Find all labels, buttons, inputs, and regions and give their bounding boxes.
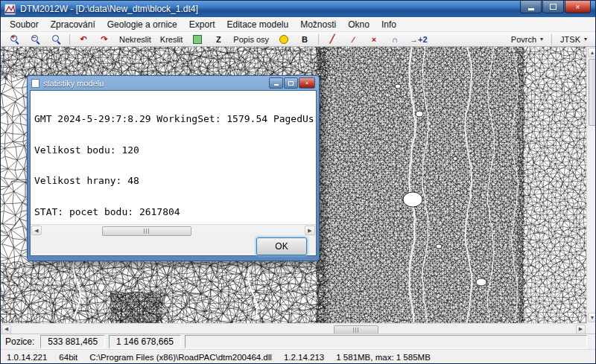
scroll-down-icon: ▼ <box>590 315 595 320</box>
coordinate-x-value: 533 881,465 <box>40 335 105 348</box>
dialog-title-bar[interactable]: statistiky modelu × <box>30 76 317 90</box>
dialog-icon <box>31 79 39 88</box>
polyline-icon: ∕ <box>352 35 354 44</box>
thumb-grip-icon <box>144 229 150 234</box>
zoom-out-button[interactable]: − <box>25 32 45 46</box>
scroll-left-button[interactable]: ◀ <box>1 325 11 334</box>
dll-path: C:\Program Files (x86)\RoadPAC\dtm200464… <box>89 353 272 362</box>
dialog-minimize-button[interactable] <box>269 77 283 89</box>
dialog-scroll-left-button[interactable]: ◀ <box>31 226 42 235</box>
green-square-icon <box>193 35 202 44</box>
dialog-controls: × <box>269 77 315 89</box>
kreslit-button[interactable]: Kreslit <box>156 32 187 46</box>
scroll-left-icon: ◀ <box>4 326 8 332</box>
zoom-in-button[interactable]: + <box>4 32 24 46</box>
architecture: 64bit <box>59 353 77 362</box>
yellow-circle-icon <box>279 35 288 44</box>
stat-line: Velikost hrany: 48 <box>34 176 312 186</box>
dialog-title: statistiky modelu <box>43 79 104 88</box>
chevron-down-icon: ▾ <box>584 36 587 42</box>
vertical-scrollbar[interactable]: ▲ ▼ <box>586 47 596 323</box>
redo-button[interactable]: ↷ <box>95 32 114 46</box>
dialog-horizontal-scrollbar[interactable]: ◀ ▶ <box>31 224 316 231</box>
toolbar-separator <box>318 34 319 45</box>
minimize-icon <box>528 8 534 10</box>
delete-cross-icon: × <box>372 35 376 44</box>
menu-okno[interactable]: Okno <box>342 18 375 31</box>
surface-color-button[interactable] <box>188 32 207 46</box>
statistics-text: GMT 2024-5-29:7:8.29 WorkingSet: 1579.54… <box>31 91 316 224</box>
stat-line: STAT: pocet bodu: 2617804 <box>34 207 312 217</box>
dialog-scrollbar-thumb[interactable] <box>102 226 191 236</box>
jtsk-dropdown-label: JTSK <box>560 35 580 44</box>
position-label: Pozice: <box>5 336 34 347</box>
scroll-right-button[interactable]: ▶ <box>576 325 586 334</box>
magnet-icon: ∩ <box>392 35 398 44</box>
undo-icon: ↶ <box>80 34 86 44</box>
dialog-scroll-right-button[interactable]: ▶ <box>305 226 315 235</box>
nekreslit-button[interactable]: Nekreslit <box>115 32 155 46</box>
dll-version: 1.2.14.213 <box>284 353 324 362</box>
ok-button[interactable]: OK <box>256 237 307 255</box>
b-button[interactable]: B <box>295 32 314 46</box>
scroll-right-icon: ▶ <box>579 326 583 332</box>
zoom-out-icon: − <box>31 34 40 44</box>
dialog-close-button[interactable]: × <box>299 77 315 89</box>
maximize-button[interactable] <box>542 1 564 13</box>
scroll-left-icon: ◀ <box>34 228 38 234</box>
undo-button[interactable]: ↶ <box>74 32 93 46</box>
dialog-body: GMT 2024-5-29:7:8.29 WorkingSet: 1579.54… <box>30 90 317 256</box>
toolbar-right-group: Povrch ▾ JTSK ▾ <box>506 34 592 45</box>
toolbar: + − ↶ ↷ Nekreslit Kreslit Z Popis osy B … <box>1 32 595 47</box>
app-window: DTM2012W - [D:\data\New_dtm\block_1.dt4]… <box>0 0 596 364</box>
redo-icon: ↷ <box>101 34 107 44</box>
status-bar-info: 1.0.14.221 64bit C:\Program Files (x86)\… <box>1 349 595 364</box>
menu-export[interactable]: Export <box>183 18 221 31</box>
toolbar-separator <box>551 34 552 45</box>
snap-button[interactable]: ∩ <box>385 32 405 46</box>
title-bar[interactable]: DTM2012W - [D:\data\New_dtm\block_1.dt4]… <box>1 1 595 17</box>
maximize-icon <box>550 4 557 10</box>
close-button[interactable]: × <box>565 1 591 13</box>
add-points-button[interactable]: →+2 <box>406 32 431 46</box>
horizontal-scrollbar[interactable]: ◀ ▶ <box>1 323 586 333</box>
chevron-down-icon: ▾ <box>540 36 543 42</box>
menu-zpracovani[interactable]: Zpracování <box>45 18 101 31</box>
menu-soubor[interactable]: Soubor <box>4 18 45 31</box>
thumb-grip-icon <box>353 328 360 333</box>
maximize-icon <box>288 81 294 86</box>
popis-osy-button[interactable]: Popis osy <box>229 32 273 46</box>
app-version: 1.0.14.221 <box>7 353 47 362</box>
scroll-right-icon: ▶ <box>308 228 311 234</box>
draw-line-button[interactable]: ╱ <box>323 32 342 46</box>
close-icon: × <box>305 80 309 86</box>
app-icon <box>4 4 16 15</box>
status-bar-position: Pozice: 533 881,465 1 146 678,665 <box>1 333 595 349</box>
menu-info[interactable]: Info <box>375 18 402 31</box>
menu-geologie-a-ornice[interactable]: Geologie a ornice <box>101 18 183 31</box>
v-scrollbar-thumb[interactable] <box>589 59 596 126</box>
surface-dropdown[interactable]: Povrch ▾ <box>506 35 548 44</box>
scroll-up-icon: ▲ <box>590 50 595 55</box>
minimize-icon <box>274 84 279 86</box>
delete-edge-button[interactable]: × <box>364 32 384 46</box>
status-empty-panel <box>185 335 587 348</box>
zoom-extents-icon <box>51 34 61 44</box>
draw-polyline-button[interactable]: ∕ <box>343 32 363 46</box>
menu-moznosti[interactable]: Možnosti <box>294 18 342 31</box>
scroll-down-button[interactable]: ▼ <box>588 313 596 322</box>
window-controls: × <box>519 1 591 13</box>
minimize-button[interactable] <box>520 1 542 13</box>
z-button[interactable]: Z <box>209 32 228 46</box>
surface-dropdown-label: Povrch <box>511 35 536 44</box>
point-color-button[interactable] <box>274 32 294 46</box>
dialog-maximize-button[interactable] <box>284 77 298 89</box>
menu-editace-modelu[interactable]: Editace modelu <box>221 18 294 31</box>
jtsk-dropdown[interactable]: JTSK ▾ <box>555 35 592 44</box>
scrollbar-corner <box>586 323 596 333</box>
scroll-up-button[interactable]: ▲ <box>588 48 596 57</box>
zoom-extents-button[interactable] <box>46 32 66 46</box>
coordinate-y-value: 1 146 678,665 <box>109 335 181 348</box>
stat-line: GMT 2024-5-29:7:8.29 WorkingSet: 1579.54… <box>34 114 312 124</box>
arrow-plus2-icon: →+2 <box>410 35 428 44</box>
